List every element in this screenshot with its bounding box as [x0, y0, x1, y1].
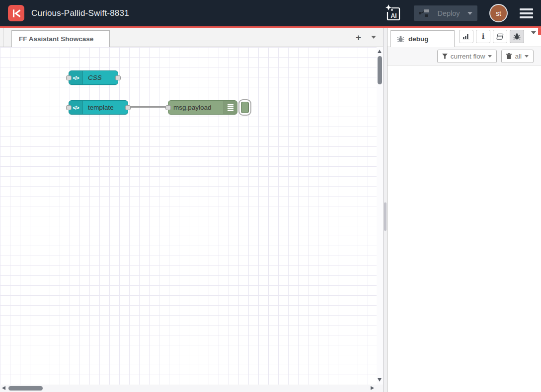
flow-tab-label: FF Assistant Showcase: [19, 35, 93, 43]
input-port[interactable]: [66, 105, 72, 110]
bug-icon: [397, 35, 404, 43]
node-template[interactable]: </> template: [69, 100, 128, 115]
bar-chart-icon: [463, 33, 470, 40]
bug-icon: [513, 33, 521, 40]
debug-filter-button[interactable]: current flow: [437, 50, 497, 63]
scroll-right-icon[interactable]: [371, 386, 374, 390]
trash-icon: [506, 53, 512, 59]
flow-tabbar: FF Assistant Showcase +: [0, 28, 383, 47]
flow-canvas[interactable]: </> CSS </> template msg.payload: [0, 47, 383, 392]
input-port[interactable]: [165, 105, 171, 110]
chevron-down-icon: [488, 55, 492, 58]
scroll-left-icon[interactable]: [2, 386, 5, 390]
debug-tab-button[interactable]: [510, 30, 524, 43]
sidebar-tab-buttons: i: [459, 30, 536, 43]
sidebar-menu-chevron-down-icon[interactable]: [531, 31, 536, 34]
svg-text:AI: AI: [391, 12, 397, 19]
info-tab-button[interactable]: i: [476, 30, 490, 43]
node-label: CSS: [83, 71, 118, 84]
wire-template-to-debug: [126, 106, 170, 108]
output-port[interactable]: [125, 105, 131, 110]
tab-actions: +: [356, 28, 376, 47]
node-label: template: [83, 101, 128, 114]
debug-clear-label: all: [515, 53, 522, 60]
user-avatar[interactable]: st: [489, 4, 508, 22]
horizontal-scrollbar[interactable]: [0, 385, 377, 392]
deploy-button[interactable]: Deploy: [414, 5, 477, 21]
workspace: FF Assistant Showcase + </> CSS: [0, 28, 383, 392]
page-title: Curious-Pallid-Swift-8831: [31, 8, 129, 18]
scroll-up-icon[interactable]: [378, 50, 382, 53]
filter-funnel-icon: [442, 54, 448, 59]
debug-list-icon: [224, 101, 237, 114]
flow-list-chevron-down-icon[interactable]: [371, 36, 376, 39]
header: Curious-Pallid-Swift-8831 AI Deploy: [0, 0, 541, 28]
tab-scroll-left-edge: [0, 28, 4, 47]
header-actions: AI Deploy st: [384, 4, 533, 23]
sidebar-tabbar: debug i: [387, 28, 541, 47]
node-template-css[interactable]: </> CSS: [69, 70, 118, 85]
main-area: FF Assistant Showcase + </> CSS: [0, 28, 541, 392]
avatar-initials: st: [496, 9, 501, 17]
debug-enable-toggle-button[interactable]: [238, 99, 251, 116]
sidebar-separator[interactable]: [383, 28, 387, 392]
debug-toolbar: current flow all: [387, 47, 541, 65]
hamburger-icon: [520, 8, 533, 10]
sidebar: debug i: [387, 28, 541, 392]
add-flow-button[interactable]: +: [356, 33, 361, 42]
deploy-chevron-down-icon[interactable]: [467, 12, 472, 15]
tab-debug[interactable]: debug: [390, 30, 455, 47]
vertical-scrollbar[interactable]: [377, 47, 383, 385]
help-tab-button[interactable]: [493, 30, 507, 43]
deploy-label: Deploy: [434, 9, 463, 17]
chevron-down-icon: [525, 55, 529, 58]
accent-notch: [538, 28, 541, 35]
separator-grip-icon: [384, 202, 386, 231]
dashboard-tab-button[interactable]: [459, 30, 473, 43]
input-port[interactable]: [66, 75, 72, 80]
vertical-scroll-thumb[interactable]: [378, 56, 382, 84]
node-label: msg.payload: [168, 101, 224, 114]
scroll-down-icon[interactable]: [378, 378, 382, 382]
main-menu-button[interactable]: [520, 6, 533, 20]
info-icon: i: [482, 33, 485, 40]
flow-tab[interactable]: FF Assistant Showcase: [11, 30, 110, 47]
debug-message-list: [387, 65, 541, 392]
ai-assistant-button[interactable]: AI: [384, 4, 402, 23]
node-debug-msg-payload[interactable]: msg.payload: [168, 100, 237, 115]
flowfuse-logo[interactable]: [8, 5, 24, 21]
node-red-editor: Curious-Pallid-Swift-8831 AI Deploy: [0, 0, 541, 392]
flowfuse-logo-icon: [11, 8, 22, 19]
tab-debug-label: debug: [408, 35, 429, 43]
output-port[interactable]: [115, 75, 121, 80]
horizontal-scroll-thumb[interactable]: [8, 386, 43, 391]
book-icon: [496, 33, 504, 40]
ai-sparkle-icon: AI: [385, 4, 401, 23]
scrollbar-corner: [377, 385, 383, 392]
debug-clear-button[interactable]: all: [501, 50, 534, 63]
debug-filter-label: current flow: [451, 53, 485, 60]
deploy-nodes-icon: [419, 9, 430, 18]
